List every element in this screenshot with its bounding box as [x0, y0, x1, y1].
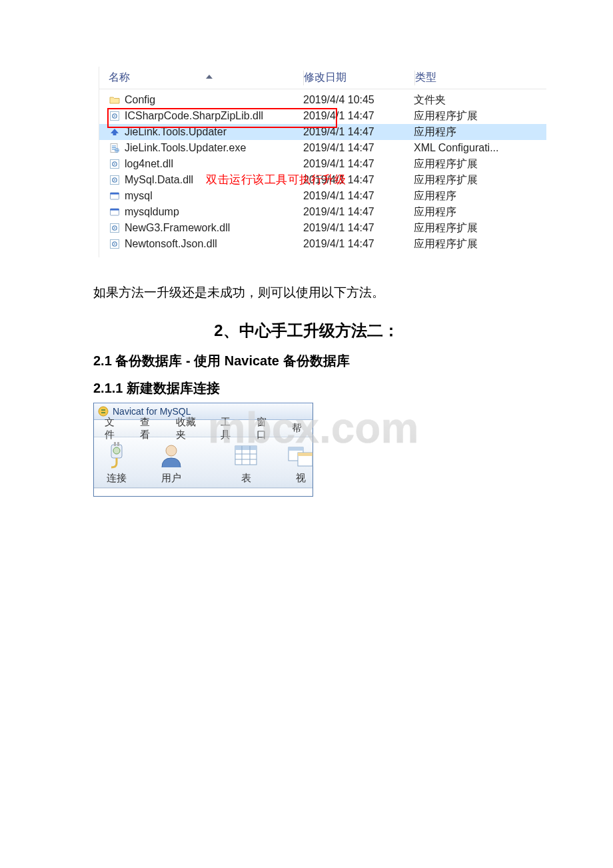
dll-icon [109, 238, 121, 250]
file-date: 2019/4/4 10:45 [303, 94, 414, 106]
svg-point-8 [114, 163, 115, 165]
svg-rect-3 [113, 133, 117, 135]
annotation-text: 双击运行该工具可执行升级 [206, 172, 346, 187]
column-header-date[interactable]: 修改日期 [304, 71, 414, 85]
user-icon [157, 441, 186, 470]
svg-point-11 [114, 179, 115, 181]
sort-asc-icon [206, 75, 213, 79]
file-type: 应用程序扩展 [414, 237, 520, 251]
svg-rect-15 [111, 209, 119, 211]
file-date: 2019/4/1 14:47 [303, 190, 414, 202]
dll-icon [109, 174, 121, 186]
toolbar-button-连接[interactable]: 连接 [99, 438, 134, 487]
toolbar-button-视[interactable]: 视 [283, 438, 318, 487]
file-type: 应用程序扩展 [414, 173, 520, 187]
view-icon [286, 441, 315, 470]
toolbar-label: 表 [241, 472, 251, 485]
file-date: 2019/4/1 14:47 [303, 222, 414, 234]
svg-rect-24 [114, 442, 116, 446]
heading-2: 2.1 备份数据库 - 使用 Navicate 备份数据库 [93, 352, 520, 370]
file-row[interactable]: JieLink.Tools.Updater2019/4/1 14:47应用程序 [99, 124, 546, 140]
file-explorer: 名称 修改日期 类型 双击运行该工具可执行升级 Config2019/4/4 1… [99, 67, 546, 257]
file-row[interactable]: mysqldump2019/4/1 14:47应用程序 [99, 204, 546, 220]
svg-point-26 [113, 447, 120, 454]
file-name: JieLink.Tools.Updater.exe [125, 142, 246, 154]
file-type: 应用程序扩展 [414, 109, 520, 123]
file-row[interactable]: mysql2019/4/1 14:47应用程序 [99, 188, 546, 204]
toolbar-button-表[interactable]: 表 [229, 438, 263, 487]
toolbar-label: 视 [296, 472, 306, 485]
file-name: mysqldump [125, 206, 179, 218]
plug-icon [102, 441, 131, 470]
file-name: Newtonsoft.Json.dll [125, 238, 217, 250]
file-name: mysql [125, 190, 153, 202]
file-name: Config [125, 94, 155, 106]
file-type: 应用程序 [414, 189, 520, 203]
dll-icon [109, 158, 121, 170]
file-row[interactable]: JieLink.Tools.Updater.exe2019/4/1 14:47X… [99, 140, 546, 156]
file-type: 应用程序 [414, 125, 520, 139]
file-type: 应用程序 [414, 205, 520, 219]
file-name: MySql.Data.dll [125, 174, 193, 186]
exe-icon [109, 190, 121, 202]
svg-rect-13 [111, 193, 119, 195]
svg-rect-33 [298, 453, 312, 456]
file-row[interactable]: ICSharpCode.SharpZipLib.dll2019/4/1 14:4… [99, 108, 546, 124]
exe-icon [109, 206, 121, 218]
file-type: 应用程序扩展 [414, 157, 520, 171]
navicat-clientarea [94, 488, 312, 496]
column-header-type[interactable]: 类型 [415, 71, 522, 85]
file-date: 2019/4/1 14:47 [303, 142, 414, 154]
heading-3: 2.1.1 新建数据库连接 [93, 379, 520, 397]
menu-item[interactable]: 帮 [284, 421, 310, 436]
svg-rect-25 [117, 442, 119, 446]
navicat-menubar: 文件查看收藏夹工具窗口帮 [94, 420, 312, 437]
svg-point-27 [166, 445, 177, 456]
file-date: 2019/4/1 14:47 [303, 206, 414, 218]
file-name: NewG3.Framework.dll [125, 222, 230, 234]
config-icon [109, 142, 121, 154]
dll-icon [109, 222, 121, 234]
file-row[interactable]: NewG3.Framework.dll2019/4/1 14:47应用程序扩展 [99, 220, 546, 236]
file-explorer-header[interactable]: 名称 修改日期 类型 [99, 67, 546, 89]
file-type: XML Configurati... [414, 142, 520, 154]
file-date: 2019/4/1 14:47 [303, 126, 414, 138]
file-name: JieLink.Tools.Updater [125, 126, 227, 138]
toolbar-label: 连接 [107, 472, 127, 485]
file-date: 2019/4/1 14:47 [303, 238, 414, 250]
svg-point-2 [114, 115, 115, 117]
svg-rect-29 [235, 446, 257, 450]
file-date: 2019/4/1 14:47 [303, 158, 414, 170]
navicat-window: Navicat for MySQL 文件查看收藏夹工具窗口帮 连接用户表视 [93, 403, 313, 497]
file-row[interactable]: Newtonsoft.Json.dll2019/4/1 14:47应用程序扩展 [99, 236, 546, 252]
dll-icon [109, 110, 121, 122]
toolbar-button-用户[interactable]: 用户 [154, 438, 189, 487]
svg-point-18 [114, 227, 115, 229]
paragraph: 如果方法一升级还是未成功，则可以使用以下方法。 [93, 284, 520, 301]
toolbar-label: 用户 [161, 472, 181, 485]
table-icon [231, 441, 261, 470]
file-row[interactable]: Config2019/4/4 10:45文件夹 [99, 92, 546, 108]
file-name: ICSharpCode.SharpZipLib.dll [125, 110, 263, 122]
file-row[interactable]: log4net.dll2019/4/1 14:47应用程序扩展 [99, 156, 546, 172]
file-name: log4net.dll [125, 158, 173, 170]
svg-point-21 [114, 243, 115, 245]
file-date: 2019/4/1 14:47 [303, 110, 414, 122]
svg-rect-31 [289, 447, 303, 451]
file-type: 应用程序扩展 [414, 221, 520, 235]
updater-icon [109, 126, 121, 138]
navicat-toolbar: 连接用户表视 [94, 437, 312, 488]
file-type: 文件夹 [414, 93, 520, 107]
heading-1: 2、中心手工升级方法二： [93, 320, 520, 341]
folder-icon [109, 94, 121, 106]
column-header-name[interactable]: 名称 [99, 71, 303, 85]
